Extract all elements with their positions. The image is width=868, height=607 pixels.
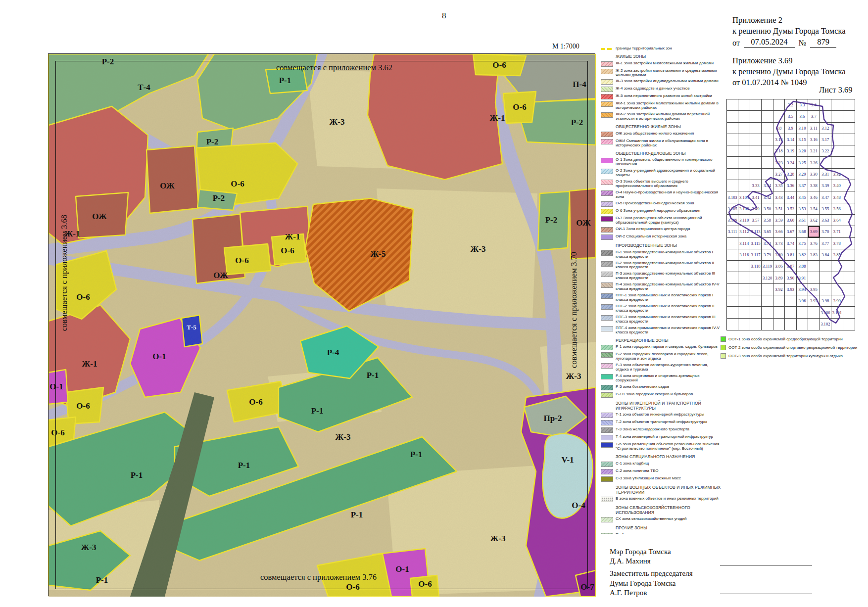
grid-cell-3.91: 3.91 bbox=[797, 272, 808, 283]
grid-cell-empty bbox=[843, 295, 855, 307]
grid-cell-3.48: 3.48 bbox=[831, 191, 843, 203]
grid-cell-empty bbox=[727, 261, 738, 272]
grid-cell-3.117: 3.117 bbox=[750, 249, 762, 261]
legend-item: СХ зона сельскохозяйственных угодий bbox=[601, 517, 722, 522]
grid-cell-3.67: 3.67 bbox=[785, 226, 796, 237]
legend-swatch-Ж-2 bbox=[601, 69, 613, 74]
zone-label-Р-1: Р-1 bbox=[311, 406, 324, 416]
grid-cell-empty bbox=[820, 272, 831, 283]
legend-swatch-Т-3 bbox=[601, 427, 613, 433]
legend-item: С-1 зона кладбищ bbox=[601, 462, 722, 467]
grid-cell-3.55: 3.55 bbox=[820, 203, 831, 215]
grid-cell-empty bbox=[727, 99, 738, 111]
grid-cell-empty bbox=[831, 319, 843, 330]
grid-cell-empty bbox=[727, 145, 738, 157]
grid-cell-3.77: 3.77 bbox=[820, 238, 831, 249]
grid-cell-3.101: 3.101 bbox=[831, 307, 843, 318]
legend-item-label: Т-3 Зона железнодорожного транспорта bbox=[616, 427, 689, 432]
legend-swatch-С-2 bbox=[601, 469, 613, 474]
grid-cell-3.95: 3.95 bbox=[808, 284, 820, 295]
legend-item: ЖИ-2 зона застройки жилыми домами переме… bbox=[601, 112, 722, 121]
zone-label-О-6: О-6 bbox=[51, 428, 64, 438]
grid-cell-empty bbox=[762, 111, 773, 122]
oot-item-label: ООТ-1 зона особо охраняемой средообразую… bbox=[728, 337, 843, 341]
grid-cell-empty bbox=[727, 123, 738, 134]
legend-swatch-П-4 bbox=[601, 282, 613, 288]
grid-cell-3.51: 3.51 bbox=[773, 203, 785, 215]
grid-cell-empty bbox=[843, 157, 855, 168]
grid-cell-3.83: 3.83 bbox=[808, 249, 820, 261]
legend-item-label: ОЖИ Смешанная жилая и обслуживающая зона… bbox=[616, 139, 722, 148]
grid-cell-empty bbox=[808, 272, 820, 283]
legend-item: Ж-5 зона перспективного развития жилой з… bbox=[601, 94, 722, 99]
grid-cell-3.27: 3.27 bbox=[773, 169, 785, 180]
grid-cell-3.79: 3.79 bbox=[762, 249, 773, 261]
grid-cell-3.26: 3.26 bbox=[808, 157, 820, 168]
grid-cell-3.71: 3.71 bbox=[831, 226, 843, 237]
zone-label-V-1: V-1 bbox=[561, 455, 574, 465]
legend-item-label: границы территориальных зон bbox=[616, 47, 672, 51]
legend-section-header: ЖИЛЫЕ ЗОНЫ bbox=[616, 54, 722, 59]
grid-cell-3.85: 3.85 bbox=[831, 249, 843, 261]
zone-label-Ж-3: Ж-3 bbox=[81, 543, 96, 553]
grid-cell-empty bbox=[843, 134, 855, 145]
legend-section-header: ОБЩЕСТВЕННО-ЖИЛЫЕ ЗОНЫ bbox=[616, 125, 722, 130]
legend-swatch-ОЖ bbox=[601, 132, 613, 137]
legend-swatch-С-3 bbox=[601, 476, 613, 482]
oot-swatch-ООТ-1 bbox=[721, 336, 726, 342]
legend-swatch-Р-1/1 bbox=[601, 392, 613, 398]
grid-cell-empty bbox=[727, 238, 738, 249]
zone-label-ОЖ: ОЖ bbox=[160, 181, 175, 191]
grid-cell-3.61: 3.61 bbox=[797, 215, 808, 226]
grid-cell-empty bbox=[727, 169, 738, 180]
legend-item-label: О-1 Зона делового, общественного и комме… bbox=[616, 158, 722, 167]
map-scale-label: М 1:7000 bbox=[552, 43, 579, 50]
legend-item-label: С-3 зона утилизации снежных масс bbox=[616, 476, 681, 481]
grid-cell-empty bbox=[738, 123, 750, 134]
grid-cell-3.68: 3.68 bbox=[797, 226, 808, 237]
legend-item-label: Ж-1 зона застройки многоэтажными жилыми … bbox=[616, 61, 714, 66]
legend-swatch-Т-1 bbox=[601, 413, 613, 418]
grid-cell-empty bbox=[820, 99, 831, 111]
zone-label-Ж-5: Ж-5 bbox=[371, 249, 386, 259]
legend-item: П-1 зона производственно-коммунальных об… bbox=[601, 250, 722, 259]
legend-item-label: Ж-5 зона перспективного развития жилой з… bbox=[616, 94, 712, 98]
legend-swatch-Ж-5 bbox=[601, 94, 613, 99]
grid-cell-empty bbox=[738, 145, 750, 157]
legend-item-label: СХ зона сельскохозяйственных угодий bbox=[616, 517, 686, 521]
legend-item: ОЖИ Смешанная жилая и обслуживающая зона… bbox=[601, 139, 722, 148]
legend-item: Ж-1 зона застройки многоэтажными жилыми … bbox=[601, 61, 722, 67]
grid-cell-3.29: 3.29 bbox=[797, 169, 808, 180]
grid-cell-3.43: 3.43 bbox=[773, 191, 785, 203]
grid-cell-3.112: 3.112 bbox=[738, 226, 750, 237]
legend-item: Р-5 зона ботанических садов bbox=[601, 385, 722, 390]
zone-label-Ж-3: Ж-3 bbox=[330, 117, 345, 127]
legend-swatch-Р-2 bbox=[601, 352, 613, 358]
legend-item-label: О-7 Зона размещения объекта инновационно… bbox=[616, 216, 722, 225]
mayor-title: Мэр Города Томска bbox=[610, 547, 693, 557]
oot-legend: ООТ-1 зона особо охраняемой средообразую… bbox=[721, 336, 868, 362]
grid-cell-3.80: 3.80 bbox=[773, 249, 785, 261]
grid-cell-empty bbox=[762, 145, 773, 157]
grid-cell-3.120: 3.120 bbox=[762, 272, 773, 283]
grid-cell-empty bbox=[773, 99, 785, 111]
grid-cell-3.93: 3.93 bbox=[785, 284, 796, 295]
grid-cell-empty bbox=[738, 169, 750, 180]
grid-cell-3.35: 3.35 bbox=[773, 180, 785, 191]
grid-cell-3.17: 3.17 bbox=[820, 134, 831, 145]
legend-item-label: П-1 зона производственно-коммунальных об… bbox=[616, 250, 722, 259]
legend-swatch-С-1 bbox=[601, 462, 613, 467]
grid-cell-empty bbox=[785, 319, 796, 330]
legend-swatch-Пр-1 bbox=[601, 533, 613, 534]
stamp1-line2: к решению Думы Города Томска bbox=[732, 26, 846, 37]
grid-cell-empty bbox=[843, 307, 855, 318]
zone-label-ОЖ: ОЖ bbox=[576, 218, 591, 228]
oot-item: ООТ-3 зона особо охраняемой территории к… bbox=[721, 353, 868, 359]
grid-cell-3.20: 3.20 bbox=[797, 145, 808, 157]
legend-swatch-Р-4 bbox=[601, 374, 613, 379]
map-zone-labels: Р-2Т-4Р-1Ж-3О-6О-6Ж-1П-4Р-2Р-2О-6Р-2ОЖОЖ… bbox=[48, 54, 595, 596]
legend-item-label: ППГ-4 зона промышленных и логистических … bbox=[616, 326, 722, 335]
grid-cell-3.72: 3.72 bbox=[762, 238, 773, 249]
grid-cell-3.4: 3.4 bbox=[808, 99, 820, 111]
legend-item: С-2 зона полигона ТБО bbox=[601, 469, 722, 474]
